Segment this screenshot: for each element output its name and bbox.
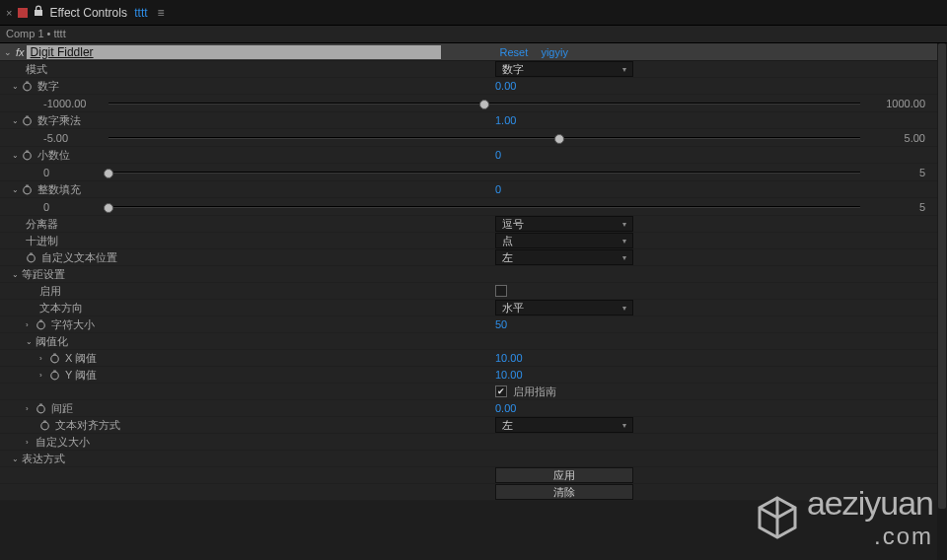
row-x-threshold: ›X 阈值 10.00: [0, 350, 947, 367]
slider-intpad[interactable]: 0 5: [0, 198, 947, 216]
stopwatch-icon[interactable]: [36, 403, 47, 414]
stopwatch-icon[interactable]: [36, 319, 47, 330]
twirl-icon[interactable]: ⌄: [26, 337, 36, 346]
twirl-icon[interactable]: ⌄: [12, 185, 22, 194]
slider-decimals[interactable]: 0 5: [0, 164, 947, 181]
label-char-size: 字符大小: [51, 317, 95, 332]
slider-thumb[interactable]: [104, 203, 113, 213]
row-spacing: ›间距 0.00: [0, 400, 947, 417]
svg-rect-5: [26, 150, 29, 151]
twirl-icon[interactable]: ⌄: [12, 82, 22, 91]
slider-track[interactable]: [109, 206, 860, 208]
label-custom-size: 自定义大小: [36, 435, 90, 450]
svg-point-4: [24, 152, 32, 160]
twirl-icon[interactable]: ›: [26, 404, 36, 413]
slider-track[interactable]: [109, 137, 860, 139]
row-mode: 模式 数字▾: [0, 61, 947, 78]
slider-thumb[interactable]: [479, 100, 489, 109]
label-threshold-group: 阈值化: [36, 334, 68, 349]
record-indicator: [18, 8, 28, 18]
slider-number[interactable]: -1000.00 1000.00: [0, 95, 947, 112]
slider-thumb[interactable]: [554, 134, 564, 144]
clear-button[interactable]: 清除: [495, 484, 633, 500]
slider-track[interactable]: [109, 172, 860, 174]
row-threshold-group: ⌄阈值化: [0, 333, 947, 350]
stopwatch-icon[interactable]: [49, 353, 61, 364]
label-decimal: 十进制: [26, 234, 58, 248]
slider-thumb[interactable]: [104, 169, 113, 178]
stopwatch-icon[interactable]: [22, 115, 34, 126]
value-x-threshold[interactable]: 10.00: [495, 352, 523, 364]
reset-link[interactable]: Reset: [500, 46, 529, 58]
label-expr-group: 表达方式: [22, 452, 65, 466]
value-intpad[interactable]: 0: [495, 183, 501, 195]
twirl-icon[interactable]: ⌄: [12, 455, 22, 463]
twirl-icon[interactable]: ⌄: [4, 47, 14, 57]
label-x-threshold: X 阈值: [65, 351, 97, 366]
label-enable: 启用: [39, 284, 61, 299]
logo-icon: [754, 494, 801, 541]
dropdown-mode[interactable]: 数字▾: [495, 61, 633, 77]
row-align: 文本对齐方式 左▾: [0, 417, 947, 434]
value-y-threshold[interactable]: 10.00: [495, 369, 523, 381]
stopwatch-icon[interactable]: [49, 370, 61, 381]
slider-mult[interactable]: -5.00 5.00: [0, 129, 947, 147]
chevron-down-icon: ▾: [622, 421, 626, 430]
label-direction: 文本方向: [39, 301, 83, 315]
stopwatch-icon[interactable]: [22, 150, 34, 161]
stopwatch-icon[interactable]: [39, 420, 51, 431]
dropdown-decimal[interactable]: 点▾: [495, 233, 633, 248]
twirl-icon[interactable]: ›: [39, 354, 49, 363]
about-link[interactable]: yigyiy: [541, 46, 568, 58]
row-apply: 应用: [0, 467, 947, 484]
label-guides: 启用指南: [513, 385, 556, 399]
label-mode: 模式: [26, 62, 47, 77]
twirl-icon[interactable]: ›: [26, 320, 36, 329]
label-number: 数字: [37, 79, 59, 94]
svg-point-8: [28, 254, 36, 262]
slider-track[interactable]: [109, 103, 860, 105]
checkbox-guides[interactable]: [495, 385, 507, 397]
value-decimals[interactable]: 0: [495, 149, 501, 161]
svg-rect-11: [39, 319, 42, 320]
value-char-size[interactable]: 50: [495, 318, 507, 330]
twirl-icon[interactable]: ›: [26, 438, 36, 447]
panel-title: Effect Controls tttt: [49, 6, 147, 20]
row-expr-group: ⌄表达方式: [0, 451, 947, 467]
chevron-down-icon: ▾: [622, 220, 626, 229]
svg-rect-9: [30, 252, 33, 253]
lock-icon[interactable]: [34, 5, 43, 20]
effect-links: Reset yigyiy: [500, 46, 578, 58]
effect-header[interactable]: ⌄ fx Digit Fiddler Reset yigyiy: [0, 43, 947, 61]
value-spacing[interactable]: 0.00: [495, 402, 516, 414]
dropdown-custom-text-pos[interactable]: 左▾: [495, 249, 633, 265]
twirl-icon[interactable]: ›: [39, 371, 49, 380]
row-mult: ⌄数字乘法 1.00: [0, 112, 947, 129]
stopwatch-icon[interactable]: [22, 184, 34, 195]
dropdown-align[interactable]: 左▾: [495, 417, 633, 433]
twirl-icon[interactable]: ⌄: [12, 116, 22, 125]
value-mult[interactable]: 1.00: [495, 114, 516, 126]
checkbox-enable[interactable]: [495, 285, 507, 297]
dropdown-separator[interactable]: 逗号▾: [495, 216, 633, 232]
effect-name[interactable]: Digit Fiddler: [27, 45, 441, 59]
scrollbar-thumb[interactable]: [938, 43, 946, 509]
dropdown-direction[interactable]: 水平▾: [495, 300, 633, 315]
scrollbar[interactable]: [937, 43, 947, 560]
close-icon[interactable]: ×: [6, 7, 12, 19]
stopwatch-icon[interactable]: [22, 81, 34, 92]
row-number: ⌄数字 0.00: [0, 78, 947, 95]
label-intpad: 整数填充: [37, 182, 81, 197]
svg-rect-3: [26, 115, 29, 116]
svg-point-6: [24, 186, 32, 194]
label-mult: 数字乘法: [37, 113, 81, 128]
twirl-icon[interactable]: ⌄: [12, 270, 22, 279]
value-number[interactable]: 0.00: [495, 80, 516, 92]
apply-button[interactable]: 应用: [495, 467, 633, 483]
panel-menu-icon[interactable]: ≡: [158, 6, 165, 20]
stopwatch-icon[interactable]: [26, 252, 37, 263]
fx-icon[interactable]: fx: [16, 46, 25, 58]
row-intpad: ⌄整数填充 0: [0, 181, 947, 198]
row-guides: 启用指南: [0, 384, 947, 400]
twirl-icon[interactable]: ⌄: [12, 151, 22, 160]
